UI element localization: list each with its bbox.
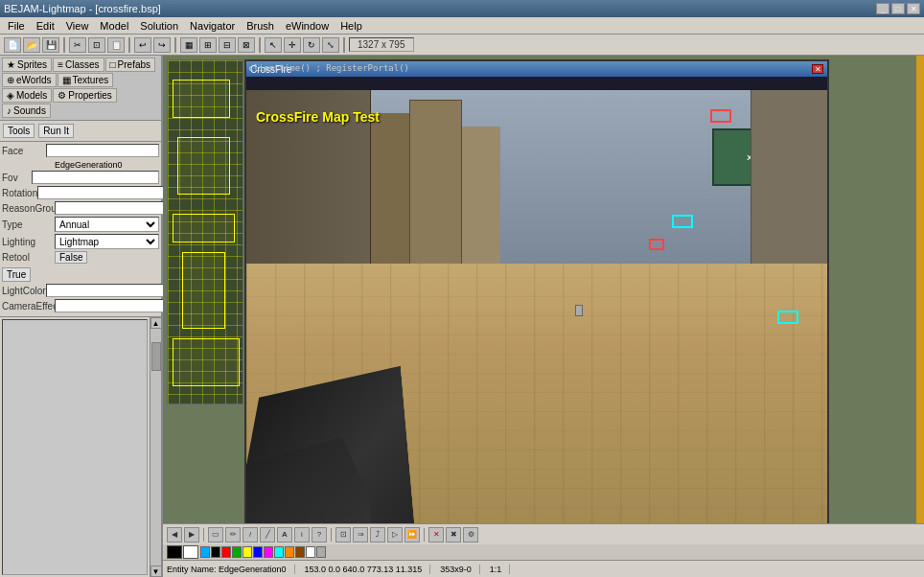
- delete-button[interactable]: ✕: [428, 527, 444, 542]
- tab-models[interactable]: ◈ Models: [2, 88, 52, 103]
- tb-sep-4: [259, 37, 261, 53]
- settings-button[interactable]: ⚙: [463, 527, 478, 542]
- menu-solution[interactable]: Solution: [134, 19, 184, 33]
- app-title: BEJAM-Lightmap - [crossfire.bsp]: [4, 3, 876, 14]
- walk-button[interactable]: ⇒: [353, 527, 368, 542]
- menu-brush[interactable]: Brush: [241, 19, 280, 33]
- target-red-2: [649, 239, 664, 250]
- menu-ewindow[interactable]: eWindow: [280, 19, 335, 33]
- menu-bar: File Edit View Model Solution Navigator …: [0, 17, 924, 35]
- info-tool-button[interactable]: i: [294, 527, 310, 542]
- toolbar-sep-b: [331, 528, 332, 542]
- main-area: ★ Sprites ≡ Classes □ Prefabs ⊕ eWorlds …: [0, 56, 924, 577]
- tb-grid1[interactable]: ▦: [180, 37, 197, 53]
- rotation-input[interactable]: [37, 186, 165, 199]
- crate-3: [462, 127, 500, 264]
- menu-help[interactable]: Help: [335, 19, 368, 33]
- tb-copy[interactable]: ⊡: [88, 37, 105, 53]
- pen-tool-button[interactable]: /: [243, 527, 258, 542]
- tb-open[interactable]: 📂: [23, 37, 40, 53]
- swatch-magenta[interactable]: [264, 546, 273, 558]
- face-label: Face: [2, 146, 46, 156]
- maximize-button[interactable]: □: [891, 3, 905, 14]
- panel-scrollbar[interactable]: ▲ ▼: [150, 317, 161, 577]
- anim2-button[interactable]: ⏩: [404, 527, 420, 542]
- scroll-up-btn[interactable]: ▲: [150, 317, 162, 329]
- menu-edit[interactable]: Edit: [31, 19, 60, 33]
- run-it-button[interactable]: Run It: [38, 124, 74, 138]
- zoom-status: 1:1: [490, 565, 511, 574]
- minimize-button[interactable]: _: [876, 3, 889, 14]
- side-struct-2: [177, 137, 230, 195]
- toolbar-area: 📄 📂 💾 ✂ ⊡ 📋 ↩ ↪ ▦ ⊞ ⊟ ⊠ ↖ ✛ ↻ ⤡ 1327 x 7…: [0, 35, 924, 56]
- eworlds-icon: ⊕: [7, 75, 14, 85]
- tb-cut[interactable]: ✂: [69, 37, 86, 53]
- sprites-icon: ★: [7, 59, 15, 70]
- fly-button[interactable]: ⤴: [370, 527, 385, 542]
- tb-undo[interactable]: ↩: [134, 37, 151, 53]
- tab-classes[interactable]: ≡ Classes: [53, 58, 104, 72]
- models-icon: ◈: [7, 90, 14, 101]
- light-color-input[interactable]: [46, 284, 173, 297]
- swatch-orange[interactable]: [285, 546, 294, 558]
- menu-file[interactable]: File: [2, 19, 31, 33]
- tb-scale[interactable]: ⤡: [322, 37, 339, 53]
- anim1-button[interactable]: ▷: [387, 527, 403, 542]
- camera-button[interactable]: ⊡: [335, 527, 351, 542]
- close-button[interactable]: ✕: [907, 3, 920, 14]
- swatch-gray[interactable]: [316, 546, 326, 558]
- tb-save[interactable]: 💾: [42, 37, 59, 53]
- swatch-black[interactable]: [211, 546, 220, 558]
- tb-select[interactable]: ↖: [265, 37, 282, 53]
- tb-paste[interactable]: 📋: [107, 37, 125, 53]
- swatch-yellow[interactable]: [243, 546, 252, 558]
- face-input[interactable]: [46, 144, 159, 157]
- tab-eworlds[interactable]: ⊕ eWorlds: [2, 73, 57, 87]
- toolbar-sep-a: [203, 528, 204, 542]
- swatch-red[interactable]: [221, 546, 231, 558]
- type-select[interactable]: Annual: [55, 217, 159, 232]
- help-tool-button[interactable]: ?: [312, 527, 327, 542]
- tab-properties[interactable]: ⚙ Properties: [53, 88, 117, 103]
- swatch-blue[interactable]: [200, 546, 210, 558]
- draw-tool-button[interactable]: ✏: [225, 527, 241, 542]
- tab-sounds[interactable]: ♪ Sounds: [2, 104, 51, 118]
- tab-prefabs[interactable]: □ Prefabs: [105, 58, 156, 72]
- fov-input[interactable]: [32, 171, 159, 184]
- bg-color-swatch[interactable]: [183, 545, 198, 559]
- line-tool-button[interactable]: ╱: [260, 527, 275, 542]
- nav-left-button[interactable]: ◀: [167, 527, 182, 542]
- fg-color-swatch[interactable]: [167, 545, 182, 559]
- select-tool-button[interactable]: ▭: [208, 527, 223, 542]
- left-panel: ★ Sprites ≡ Classes □ Prefabs ⊕ eWorlds …: [0, 56, 163, 577]
- tb-rotate[interactable]: ↻: [303, 37, 320, 53]
- tb-new[interactable]: 📄: [4, 37, 21, 53]
- tb-grid2[interactable]: ⊞: [199, 37, 217, 53]
- swatch-green[interactable]: [232, 546, 242, 558]
- tb-grid3[interactable]: ⊟: [219, 37, 236, 53]
- swatch-white[interactable]: [306, 546, 315, 558]
- target-cyan-2: [777, 311, 798, 324]
- lighting-select[interactable]: Lightmap: [55, 234, 159, 249]
- color-picker-area: [167, 545, 198, 559]
- scrollbar-thumb[interactable]: [151, 342, 161, 371]
- menu-model[interactable]: Model: [94, 19, 134, 33]
- menu-view[interactable]: View: [60, 19, 95, 33]
- menu-navigator[interactable]: Navigator: [184, 19, 241, 33]
- tb-move[interactable]: ✛: [284, 37, 301, 53]
- tab-sprites[interactable]: ★ Sprites: [2, 58, 52, 72]
- tab-textures-label: Textures: [73, 75, 109, 85]
- swatch-brown[interactable]: [295, 546, 305, 558]
- scroll-down-btn[interactable]: ▼: [150, 565, 162, 577]
- window-close-button[interactable]: ✖: [446, 527, 461, 542]
- tb-grid4[interactable]: ⊠: [238, 37, 255, 53]
- text-tool-button[interactable]: A: [277, 527, 292, 542]
- game-close-button[interactable]: ✕: [812, 64, 823, 74]
- swatch-cyan[interactable]: [274, 546, 284, 558]
- tools-label[interactable]: Tools: [3, 124, 35, 138]
- nav-right-button[interactable]: ▶: [184, 527, 199, 542]
- tab-textures[interactable]: ▦ Textures: [58, 73, 114, 87]
- swatch-blue2[interactable]: [253, 546, 263, 558]
- tb-redo[interactable]: ↪: [153, 37, 171, 53]
- tb-sep-5: [343, 37, 345, 53]
